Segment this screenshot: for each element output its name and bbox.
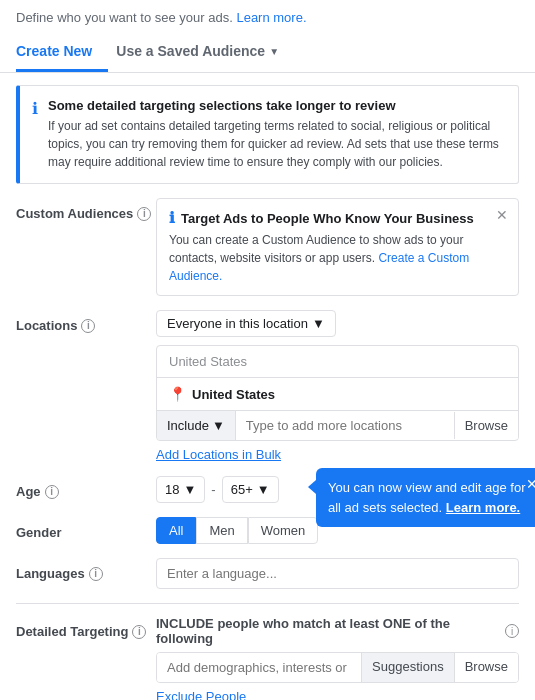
alert-title: Some detailed targeting selections take … — [48, 98, 506, 113]
chevron-down-icon: ▼ — [212, 418, 225, 433]
detailed-targeting-field: INCLUDE people who match at least ONE of… — [156, 616, 519, 700]
languages-row: Languages i — [16, 558, 519, 589]
detailed-targeting-label: Detailed Targeting i — [16, 616, 156, 639]
gender-label: Gender — [16, 517, 156, 540]
tooltip-learn-more-link[interactable]: Learn more. — [446, 500, 520, 515]
pin-icon: 📍 — [169, 386, 186, 402]
ca-title: ℹ Target Ads to People Who Know Your Bus… — [169, 209, 506, 227]
location-type-dropdown[interactable]: Everyone in this location ▼ — [156, 310, 336, 337]
divider — [16, 603, 519, 604]
alert-box: ℹ Some detailed targeting selections tak… — [16, 85, 519, 184]
age-max-select[interactable]: 65+ ▼ — [222, 476, 279, 503]
tab-create-new[interactable]: Create New — [16, 33, 108, 72]
close-icon[interactable]: ✕ — [496, 207, 508, 223]
location-box: United States 📍 United States Include ▼ … — [156, 345, 519, 441]
age-separator: - — [211, 482, 215, 497]
include-dropdown[interactable]: Include ▼ — [157, 411, 236, 440]
exclude-people-link[interactable]: Exclude People — [156, 689, 246, 700]
age-min-select[interactable]: 18 ▼ — [156, 476, 205, 503]
age-controls: 18 ▼ - 65+ ▼ ✕ You can now view and edit… — [156, 476, 519, 503]
custom-audiences-row: Custom Audiences i ✕ ℹ Target Ads to Peo… — [16, 198, 519, 296]
detailed-browse-button[interactable]: Browse — [454, 653, 518, 682]
detailed-include-text: INCLUDE people who match at least ONE of… — [156, 616, 519, 646]
detailed-info-icon[interactable]: i — [132, 625, 146, 639]
main-content: ℹ Some detailed targeting selections tak… — [0, 73, 535, 700]
locations-row: Locations i Everyone in this location ▼ … — [16, 310, 519, 462]
alert-body: If your ad set contains detailed targeti… — [48, 117, 506, 171]
topbar: Define who you want to see your ads. Lea… — [0, 0, 535, 25]
add-bulk-link[interactable]: Add Locations in Bulk — [156, 447, 281, 462]
intro-text: Define who you want to see your ads. — [16, 10, 233, 25]
location-text-input[interactable] — [236, 411, 454, 440]
age-info-icon[interactable]: i — [45, 485, 59, 499]
detailed-targeting-row: Detailed Targeting i INCLUDE people who … — [16, 616, 519, 700]
custom-audience-box: ✕ ℹ Target Ads to People Who Know Your B… — [156, 198, 519, 296]
location-input-row: Include ▼ Browse — [157, 411, 518, 440]
detailed-include-info-icon[interactable]: i — [505, 624, 519, 638]
age-field: 18 ▼ - 65+ ▼ ✕ You can now view and edit… — [156, 476, 519, 503]
tooltip-arrow — [308, 480, 316, 494]
location-country-header: United States — [157, 346, 518, 378]
chevron-down-icon: ▼ — [257, 482, 270, 497]
tab-use-saved[interactable]: Use a Saved Audience ▼ — [116, 33, 295, 72]
custom-audiences-label: Custom Audiences i — [16, 198, 156, 221]
tabs-container: Create New Use a Saved Audience ▼ — [0, 33, 535, 73]
gender-women-button[interactable]: Women — [248, 517, 319, 544]
gender-men-button[interactable]: Men — [196, 517, 247, 544]
tooltip-close-icon[interactable]: ✕ — [526, 474, 535, 495]
custom-audiences-info-icon[interactable]: i — [137, 207, 151, 221]
age-tooltip: ✕ You can now view and edit age for all … — [316, 468, 535, 527]
gender-all-button[interactable]: All — [156, 517, 196, 544]
chevron-down-icon: ▼ — [183, 482, 196, 497]
locations-label: Locations i — [16, 310, 156, 333]
languages-field — [156, 558, 519, 589]
suggestions-button[interactable]: Suggestions — [361, 653, 454, 682]
languages-info-icon[interactable]: i — [89, 567, 103, 581]
detailed-targeting-input-row: Suggestions Browse — [156, 652, 519, 683]
locations-info-icon[interactable]: i — [81, 319, 95, 333]
locations-field: Everyone in this location ▼ United State… — [156, 310, 519, 462]
location-item: 📍 United States — [157, 378, 518, 411]
age-label: Age i — [16, 476, 156, 499]
detailed-targeting-input[interactable] — [157, 653, 361, 682]
age-row: Age i 18 ▼ - 65+ ▼ ✕ You can now view an… — [16, 476, 519, 503]
info-icon: ℹ — [32, 99, 38, 118]
language-input[interactable] — [156, 558, 519, 589]
chevron-down-icon: ▼ — [312, 316, 325, 331]
learn-more-link[interactable]: Learn more. — [236, 10, 306, 25]
ca-body: You can create a Custom Audience to show… — [169, 231, 506, 285]
chevron-down-icon: ▼ — [269, 46, 279, 57]
alert-content: Some detailed targeting selections take … — [48, 98, 506, 171]
custom-audiences-field: ✕ ℹ Target Ads to People Who Know Your B… — [156, 198, 519, 296]
ca-info-icon: ℹ — [169, 209, 175, 227]
location-browse-button[interactable]: Browse — [454, 412, 518, 439]
languages-label: Languages i — [16, 558, 156, 581]
